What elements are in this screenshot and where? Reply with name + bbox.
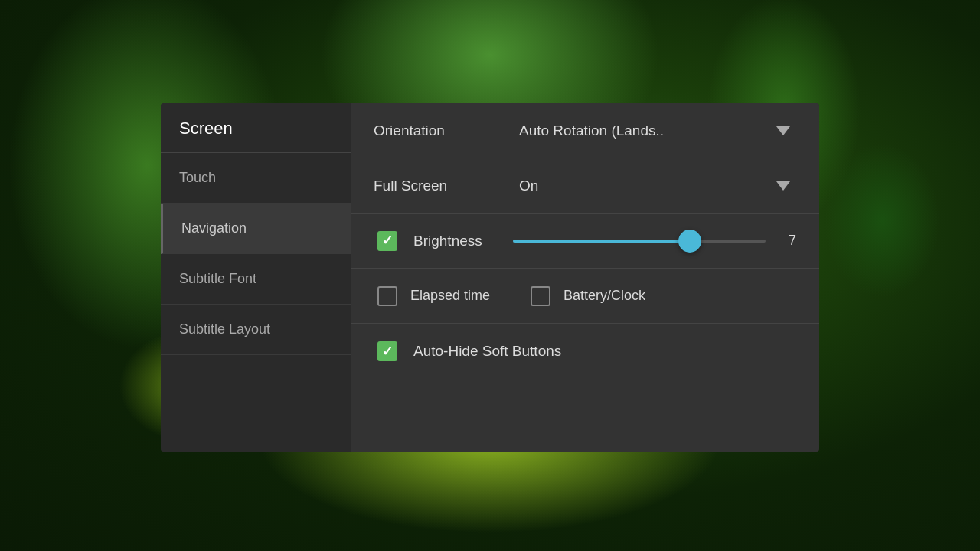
- brightness-label: Brightness: [413, 233, 513, 249]
- autohide-checkbox-container[interactable]: [374, 341, 401, 361]
- autohide-checkbox[interactable]: [377, 341, 397, 361]
- content-area: Orientation Auto Rotation (Lands.. Full …: [351, 103, 819, 452]
- orientation-label: Orientation: [374, 122, 519, 139]
- brightness-slider-fill: [513, 240, 690, 243]
- battery-clock-checkbox[interactable]: [531, 286, 550, 306]
- fullscreen-label: Full Screen: [374, 178, 519, 194]
- sidebar-item-subtitle-layout[interactable]: Subtitle Layout: [161, 305, 351, 355]
- battery-clock-label: Battery/Clock: [564, 288, 645, 304]
- elapsed-time-label: Elapsed time: [410, 288, 490, 304]
- fullscreen-value-container[interactable]: On: [519, 178, 796, 194]
- autohide-row: Auto-Hide Soft Buttons: [351, 324, 819, 379]
- brightness-checkbox[interactable]: [377, 231, 397, 251]
- battery-clock-checkbox-container[interactable]: [527, 286, 554, 306]
- elapsed-time-checkbox[interactable]: [377, 286, 397, 306]
- sidebar-item-navigation[interactable]: Navigation: [161, 204, 351, 254]
- orientation-row: Orientation Auto Rotation (Lands..: [351, 103, 819, 158]
- sidebar-item-touch[interactable]: Touch: [161, 153, 351, 204]
- brightness-slider-thumb[interactable]: [678, 230, 701, 253]
- orientation-value: Auto Rotation (Lands..: [519, 122, 664, 139]
- orientation-dropdown-arrow: [776, 126, 790, 135]
- sidebar: Screen Touch Navigation Subtitle Font Su…: [161, 103, 351, 452]
- sidebar-item-subtitle-font[interactable]: Subtitle Font: [161, 254, 351, 305]
- settings-dialog: Screen Touch Navigation Subtitle Font Su…: [161, 103, 819, 452]
- orientation-value-container[interactable]: Auto Rotation (Lands..: [519, 122, 796, 139]
- fullscreen-row: Full Screen On: [351, 158, 819, 214]
- elapsed-time-checkbox-container[interactable]: [374, 286, 401, 306]
- brightness-value: 7: [778, 233, 796, 249]
- brightness-row: Brightness 7: [351, 214, 819, 269]
- fullscreen-value: On: [519, 178, 538, 194]
- fullscreen-dropdown-arrow: [776, 181, 790, 191]
- sidebar-header: Screen: [161, 103, 351, 153]
- elapsed-time-option: Elapsed time: [374, 286, 490, 306]
- brightness-slider-track[interactable]: [513, 240, 766, 243]
- brightness-slider-container: 7: [513, 233, 796, 249]
- brightness-checkbox-container[interactable]: [374, 231, 401, 251]
- autohide-label: Auto-Hide Soft Buttons: [413, 343, 561, 360]
- battery-clock-option: Battery/Clock: [527, 286, 645, 306]
- options-row: Elapsed time Battery/Clock: [351, 269, 819, 324]
